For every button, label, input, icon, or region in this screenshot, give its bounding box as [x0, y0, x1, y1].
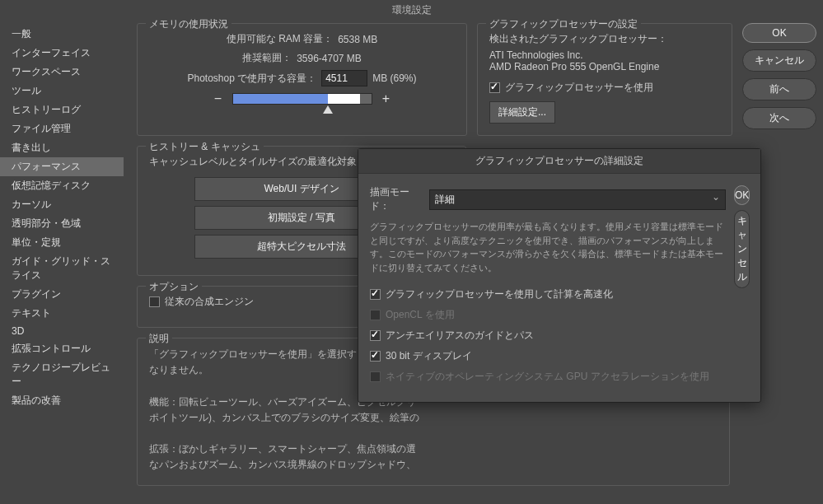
- history-legend: ヒストリー & キャッシュ: [146, 140, 264, 154]
- ok-button[interactable]: OK: [742, 23, 816, 43]
- drawing-mode-label: 描画モード：: [370, 185, 423, 213]
- prev-button[interactable]: 前へ: [742, 78, 816, 100]
- sidebar-item-transparency[interactable]: 透明部分・色域: [0, 214, 124, 233]
- legacy-compositing-checkbox[interactable]: [149, 296, 160, 307]
- next-button[interactable]: 次へ: [742, 107, 816, 129]
- ps-usage-unit: MB (69%): [372, 72, 416, 84]
- available-ram-label: 使用可能な RAM 容量：: [227, 32, 333, 46]
- sidebar: 一般 インターフェイス ワークスペース ツール ヒストリーログ ファイル管理 書…: [0, 20, 124, 504]
- sidebar-item-tools[interactable]: ツール: [0, 82, 124, 100]
- native-gpu-label: ネイティブのオペレーティングシステム GPU アクセラレーションを使用: [386, 370, 709, 384]
- sidebar-item-3d[interactable]: 3D: [0, 323, 124, 339]
- ps-usage-input[interactable]: [321, 70, 367, 86]
- gpu-advanced-button[interactable]: 詳細設定...: [489, 101, 555, 124]
- desc-line: なパンおよびズーム、カンバス境界線のドロップシャドウ、: [149, 457, 718, 473]
- 30bit-label: 30 bit ディスプレイ: [386, 349, 472, 363]
- slider-plus-icon[interactable]: +: [381, 91, 392, 106]
- compute-accel-label: グラフィックプロセッサーを使用して計算を高速化: [386, 287, 613, 301]
- sidebar-item-history-log[interactable]: ヒストリーログ: [0, 100, 124, 119]
- sidebar-item-export[interactable]: 書き出し: [0, 138, 124, 157]
- legacy-compositing-label: 従来の合成エンジン: [165, 295, 254, 309]
- sidebar-item-guides[interactable]: ガイド・グリッド・スライス: [0, 252, 124, 285]
- compute-accel-checkbox[interactable]: [370, 289, 381, 300]
- ideal-range-value: 3596-4707 MB: [297, 53, 362, 64]
- modal-ok-button[interactable]: OK: [734, 185, 750, 205]
- memory-fieldset: メモリの使用状況 使用可能な RAM 容量： 6538 MB 推奨範囲： 359…: [137, 23, 467, 136]
- desc-line: 拡張：ぼかしギャラリー、スマートシャープ、焦点領域の選: [149, 441, 718, 457]
- drawing-mode-select[interactable]: 詳細: [429, 189, 726, 210]
- sidebar-item-general[interactable]: 一般: [0, 25, 124, 44]
- antialias-checkbox[interactable]: [370, 330, 381, 341]
- modal-title: グラフィックプロセッサーの詳細設定: [358, 149, 760, 174]
- description-legend: 説明: [146, 332, 172, 346]
- window-title: 環境設定: [0, 0, 823, 20]
- opencl-checkbox: [370, 310, 381, 320]
- slider-thumb-icon[interactable]: [323, 105, 333, 114]
- sidebar-item-scratch-disks[interactable]: 仮想記憶ディスク: [0, 176, 124, 195]
- mode-description: グラフィックプロセッサーの使用率が最も高くなります。使用メモリ容量は標準モードと…: [370, 220, 726, 274]
- sidebar-item-file-handling[interactable]: ファイル管理: [0, 119, 124, 138]
- modal-cancel-button[interactable]: キャンセル: [734, 210, 750, 288]
- options-legend: オプション: [146, 280, 202, 294]
- native-gpu-checkbox: [370, 371, 381, 382]
- cancel-button[interactable]: キャンセル: [742, 49, 816, 72]
- sidebar-item-units[interactable]: 単位・定規: [0, 233, 124, 252]
- detected-gpu-label: 検出されたグラフィックプロセッサー：: [489, 32, 720, 46]
- sidebar-item-plugins[interactable]: プラグイン: [0, 285, 124, 304]
- memory-slider[interactable]: [232, 93, 372, 105]
- ideal-range-label: 推奨範囲：: [242, 51, 292, 65]
- available-ram-value: 6538 MB: [338, 34, 377, 45]
- slider-minus-icon[interactable]: −: [213, 91, 224, 106]
- sidebar-item-enhanced-controls[interactable]: 拡張コントロール: [0, 339, 124, 358]
- sidebar-item-cursors[interactable]: カーソル: [0, 195, 124, 214]
- use-gpu-checkbox[interactable]: [489, 82, 500, 93]
- ps-usage-label: Photoshop で使用する容量：: [187, 72, 316, 86]
- sidebar-item-type[interactable]: テキスト: [0, 304, 124, 323]
- use-gpu-label: グラフィックプロセッサーを使用: [505, 81, 653, 95]
- gpu-vendor: ATI Technologies Inc.: [489, 49, 720, 61]
- sidebar-item-workspace[interactable]: ワークスペース: [0, 63, 124, 82]
- gpu-advanced-modal: グラフィックプロセッサーの詳細設定 描画モード： 詳細 グラフィックプロセッサー…: [358, 148, 761, 403]
- desc-line: ポイトツール)、カンバス上でのブラシのサイズ変更、絵筆の: [149, 410, 718, 426]
- memory-legend: メモリの使用状況: [146, 17, 231, 31]
- opencl-label: OpenCL を使用: [386, 308, 455, 322]
- antialias-label: アンチエイリアスのガイドとパス: [386, 329, 534, 343]
- gpu-device: AMD Radeon Pro 555 OpenGL Engine: [489, 61, 720, 72]
- sidebar-item-performance[interactable]: パフォーマンス: [0, 157, 124, 176]
- 30bit-checkbox[interactable]: [370, 351, 381, 362]
- gpu-fieldset: グラフィックプロセッサーの設定 検出されたグラフィックプロセッサー： ATI T…: [477, 23, 732, 136]
- sidebar-item-product-improvement[interactable]: 製品の改善: [0, 391, 124, 410]
- sidebar-item-tech-preview[interactable]: テクノロジープレビュー: [0, 358, 124, 391]
- gpu-legend: グラフィックプロセッサーの設定: [486, 17, 641, 31]
- sidebar-item-interface[interactable]: インターフェイス: [0, 44, 124, 63]
